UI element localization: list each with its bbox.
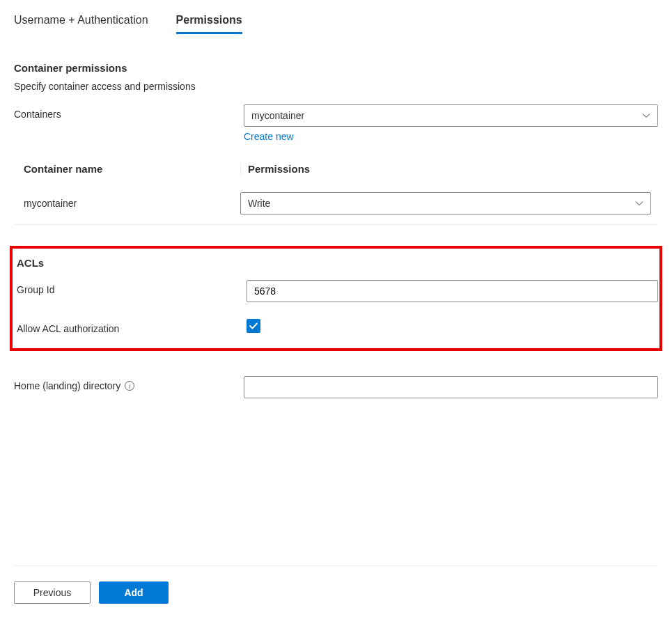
home-directory-label: Home (landing) directory i	[14, 376, 244, 391]
tab-username-auth[interactable]: Username + Authentication	[14, 14, 148, 34]
acls-highlight-box: ACLs Group Id Allow ACL authorization	[10, 246, 662, 351]
chevron-down-icon	[642, 111, 650, 120]
footer-divider	[14, 565, 658, 566]
permission-select-value: Write	[248, 198, 270, 209]
home-directory-input[interactable]	[244, 376, 658, 398]
home-directory-row: Home (landing) directory i	[14, 376, 658, 398]
permissions-table: Container name Permissions mycontainer W…	[14, 163, 658, 225]
chevron-down-icon	[635, 199, 643, 208]
table-row: mycontainer Write	[14, 184, 658, 225]
footer: Previous Add	[14, 565, 658, 604]
tab-permissions[interactable]: Permissions	[176, 14, 242, 34]
footer-buttons: Previous Add	[14, 581, 658, 604]
table-header-name: Container name	[14, 163, 240, 175]
container-permissions-title: Container permissions	[14, 62, 658, 74]
acls-title: ACLs	[14, 257, 658, 269]
group-id-row: Group Id	[14, 280, 658, 302]
containers-row: Containers mycontainer Create new	[14, 104, 658, 142]
home-directory-label-text: Home (landing) directory	[14, 380, 120, 391]
containers-label: Containers	[14, 104, 244, 120]
check-icon	[249, 321, 258, 331]
table-header-permissions: Permissions	[240, 163, 658, 175]
permission-select[interactable]: Write	[240, 192, 651, 214]
add-button[interactable]: Add	[99, 581, 169, 604]
create-new-link[interactable]: Create new	[244, 131, 294, 142]
allow-acl-row: Allow ACL authorization	[14, 319, 658, 334]
allow-acl-checkbox[interactable]	[247, 319, 260, 333]
info-icon[interactable]: i	[125, 381, 134, 391]
table-cell-container-name: mycontainer	[14, 198, 240, 209]
table-header: Container name Permissions	[14, 163, 658, 184]
containers-select-value: mycontainer	[251, 110, 304, 121]
allow-acl-label: Allow ACL authorization	[17, 319, 247, 334]
containers-select[interactable]: mycontainer	[244, 104, 658, 127]
previous-button[interactable]: Previous	[14, 581, 91, 604]
container-permissions-description: Specify container access and permissions	[14, 81, 658, 92]
tab-bar: Username + Authentication Permissions	[14, 14, 658, 34]
group-id-label: Group Id	[17, 280, 247, 295]
group-id-input[interactable]	[247, 280, 658, 302]
